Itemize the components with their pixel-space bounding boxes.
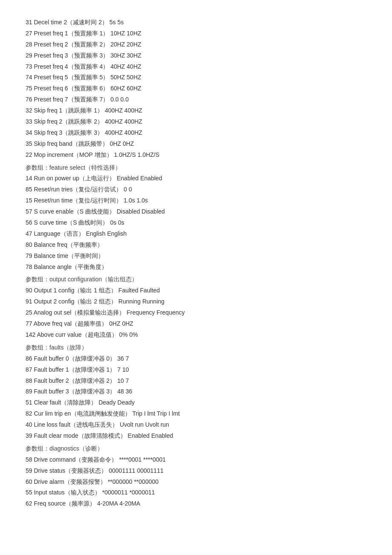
param-item: 57 S curve enable（S 曲线使能） Disabled Disab… (26, 206, 366, 217)
param-item: 80 Balance freq（平衡频率） (26, 240, 366, 251)
param-item: 90 Output 1 config（输出 1 组态） Faulted Faul… (26, 285, 366, 296)
param-item: 33 Skip freq 2（跳跃频率 2） 400HZ 400HZ (26, 116, 366, 127)
param-item: 14 Run on power up（上电运行） Enabled Enabled (26, 173, 366, 184)
param-item: 32 Skip freq 1（跳跃频率 1） 400HZ 400HZ (26, 105, 366, 116)
param-item: 74 Preset freq 5（预置频率 5） 50HZ 50HZ (26, 72, 366, 83)
param-item: 34 Skip freq 3（跳跃频率 3） 400HZ 400HZ (26, 127, 366, 139)
param-item: 91 Output 2 config（输出 2 组态） Running Runn… (26, 296, 366, 307)
param-item: 29 Preset freq 3（预置频率 3） 30HZ 30HZ (26, 50, 366, 61)
param-item: 15 Reset/run time（复位/运行时间） 1.0s 1.0s (26, 195, 366, 206)
param-item: 58 Drive command（变频器命令） ****0001 ****000… (26, 454, 366, 465)
param-list: 31 Decel time 2（减速时间 2） 5s 5s27 Preset f… (26, 17, 366, 509)
param-group-header: 参数组：diagnostics（诊断） (26, 443, 366, 454)
param-item: 76 Preset freq 7（预置频率 7） 0.0 0.0 (26, 94, 366, 105)
param-group-header: 参数组：output configuration（输出组态） (26, 274, 366, 285)
param-item: 55 Input status（输入状态） *0000011 *0000011 (26, 487, 366, 498)
param-item: 86 Fault buffer 0（故障缓冲器 0） 36 7 (26, 353, 366, 364)
param-item: 59 Drive status（变频器状态） 00001111 00001111 (26, 465, 366, 477)
param-item: 22 Mop increment（MOP 增加） 1.0HZ/S 1.0HZ/S (26, 150, 366, 161)
param-group-header: 参数组：feature select（特性选择） (26, 162, 366, 173)
param-item: 51 Clear fault（清除故障） Deady Deady (26, 397, 366, 408)
param-item: 73 Preset freq 4（预置频率 4） 40HZ 40HZ (26, 61, 366, 72)
param-item: 35 Skip freq band（跳跃频带） 0HZ 0HZ (26, 139, 366, 150)
param-item: 62 Freq source（频率源） 4-20MA 4-20MA (26, 498, 366, 509)
param-item: 77 Above freq val（超频率值） 0HZ 0HZ (26, 318, 366, 330)
param-item: 56 S curve time（S 曲线时间） 0s 0s (26, 217, 366, 228)
param-item: 31 Decel time 2（减速时间 2） 5s 5s (26, 17, 366, 28)
param-group-header: 参数组：faults（故障） (26, 342, 366, 353)
param-item: 40 Line loss fault（进线电压丢失） Uvolt run Uvo… (26, 419, 366, 431)
param-item: 82 Cur lim trip en（电流跳闸触发使能） Trip I lmt … (26, 408, 366, 419)
param-item: 88 Fault buffer 2（故障缓冲器 2） 10 7 (26, 376, 366, 387)
param-item: 25 Analog out sel（模拟量输出选择） Frequency Fre… (26, 307, 366, 318)
param-item: 85 Reset/run tries（复位/运行尝试） 0 0 (26, 184, 366, 195)
param-item: 39 Fault clear mode（故障清除模式） Enabled Enab… (26, 431, 366, 442)
param-item: 78 Balance angle（平衡角度） (26, 262, 366, 273)
param-item: 142 Above curr value（超电流值） 0% 0% (26, 330, 366, 341)
param-item: 89 Fault buffer 3（故障缓冲器 3） 48 36 (26, 386, 366, 397)
param-item: 87 Fault buffer 1（故障缓冲器 1） 7 10 (26, 364, 366, 376)
param-item: 79 Balance time（平衡时间） (26, 251, 366, 262)
param-item: 75 Preset freq 6（预置频率 6） 60HZ 60HZ (26, 83, 366, 94)
param-item: 27 Preset freq 1（预置频率 1） 10HZ 10HZ (26, 28, 366, 39)
param-item: 60 Drive alarm（变频器报警） **000000 **000000 (26, 477, 366, 488)
param-item: 28 Preset freq 2（预置频率 2） 20HZ 20HZ (26, 39, 366, 50)
param-item: 47 Language（语言） English English (26, 228, 366, 240)
